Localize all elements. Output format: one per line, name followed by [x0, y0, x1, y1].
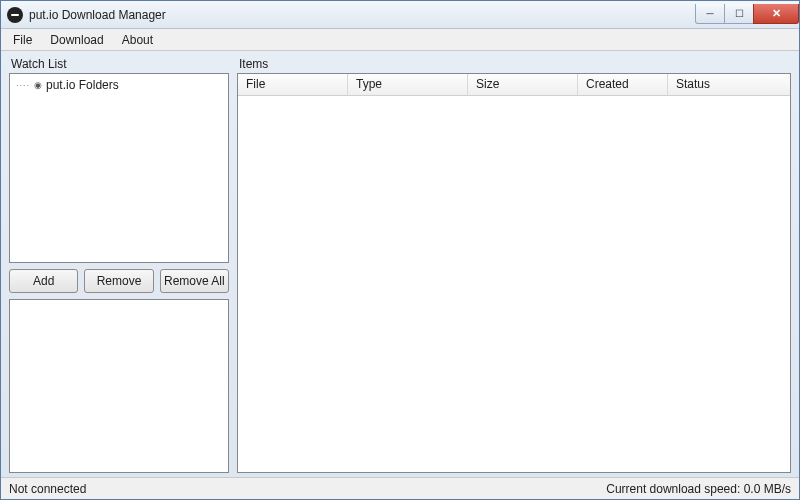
window-title: put.io Download Manager: [29, 8, 166, 22]
menubar: File Download About: [1, 29, 799, 51]
items-group: Items File Type Size Created Status: [237, 57, 791, 473]
minimize-button[interactable]: ─: [695, 4, 725, 24]
maximize-button[interactable]: ☐: [724, 4, 754, 24]
window-controls: ─ ☐ ✕: [696, 4, 799, 24]
remove-all-button[interactable]: Remove All: [160, 269, 229, 293]
statusbar: Not connected Current download speed: 0.…: [1, 477, 799, 499]
watchlist-label: Watch List: [9, 57, 229, 73]
watchlist-buttons: Add Remove Remove All: [9, 269, 229, 293]
menu-download[interactable]: Download: [42, 31, 111, 49]
column-header-file[interactable]: File: [238, 74, 348, 95]
minimize-icon: ─: [706, 9, 713, 19]
items-list[interactable]: File Type Size Created Status: [237, 73, 791, 473]
status-speed: Current download speed: 0.0 MB/s: [606, 482, 791, 496]
items-body[interactable]: [238, 96, 790, 472]
menu-file[interactable]: File: [5, 31, 40, 49]
menu-about[interactable]: About: [114, 31, 161, 49]
watchlist-tree[interactable]: ···· ◉ put.io Folders: [9, 73, 229, 263]
tree-item-root[interactable]: ···· ◉ put.io Folders: [10, 74, 228, 96]
left-column: Watch List ···· ◉ put.io Folders Add Rem…: [9, 57, 229, 473]
tree-item-label: put.io Folders: [46, 78, 119, 92]
column-header-created[interactable]: Created: [578, 74, 668, 95]
status-connection: Not connected: [9, 482, 86, 496]
right-column: Items File Type Size Created Status: [237, 57, 791, 473]
app-window: put.io Download Manager ─ ☐ ✕ File Downl…: [0, 0, 800, 500]
close-icon: ✕: [772, 8, 781, 19]
folder-icon: ◉: [34, 80, 42, 90]
tree-connector-icon: ····: [16, 80, 30, 90]
client-area: Watch List ···· ◉ put.io Folders Add Rem…: [1, 51, 799, 477]
add-button[interactable]: Add: [9, 269, 78, 293]
titlebar[interactable]: put.io Download Manager ─ ☐ ✕: [1, 1, 799, 29]
maximize-icon: ☐: [735, 9, 744, 19]
column-header-status[interactable]: Status: [668, 74, 790, 95]
items-label: Items: [237, 57, 791, 73]
app-icon: [7, 7, 23, 23]
column-header-size[interactable]: Size: [468, 74, 578, 95]
items-column-headers: File Type Size Created Status: [238, 74, 790, 96]
detail-panel: [9, 299, 229, 473]
remove-button[interactable]: Remove: [84, 269, 153, 293]
watchlist-group: Watch List ···· ◉ put.io Folders: [9, 57, 229, 263]
close-button[interactable]: ✕: [753, 4, 799, 24]
column-header-type[interactable]: Type: [348, 74, 468, 95]
